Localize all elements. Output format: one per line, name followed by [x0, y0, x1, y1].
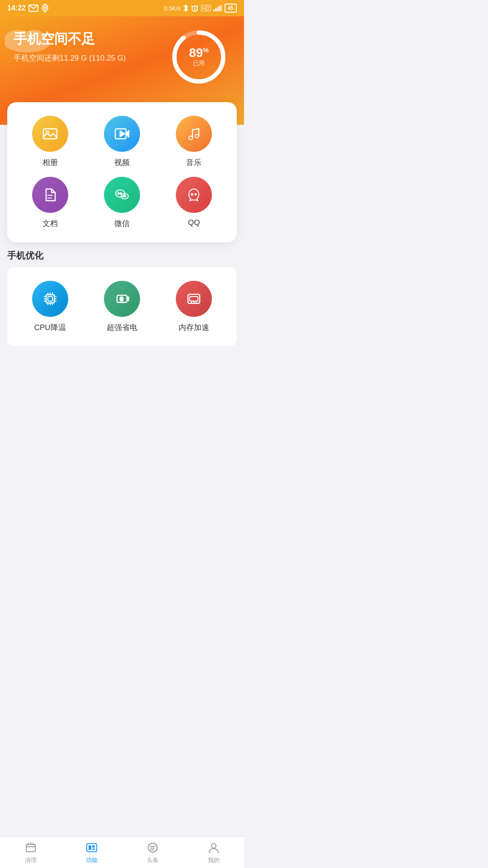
battery-item[interactable]: S 超强省电	[88, 281, 155, 333]
usage-label: 已用	[189, 59, 209, 67]
svg-rect-5	[217, 7, 219, 11]
qq-item[interactable]: QQ	[160, 177, 228, 229]
svg-point-26	[117, 193, 119, 194]
wechat-icon-circle	[104, 177, 140, 213]
memory-item[interactable]: 内存加速	[160, 281, 228, 333]
wechat-item[interactable]: 微信	[88, 177, 155, 229]
bluetooth-icon	[183, 4, 188, 12]
svg-line-22	[192, 129, 199, 130]
media-grid: 相册 视频	[16, 116, 228, 229]
svg-rect-51	[190, 297, 198, 301]
svg-point-29	[123, 196, 124, 197]
optimization-grid: CPU降温 S 超强省电	[16, 281, 228, 333]
music-icon-circle	[176, 116, 212, 152]
music-item[interactable]: 音乐	[160, 116, 228, 168]
photo-icon-circle	[32, 116, 68, 152]
svg-text:S: S	[120, 296, 123, 302]
doc-item[interactable]: 文档	[16, 177, 84, 229]
svg-point-10	[23, 30, 45, 46]
status-icons: 0.5K/s HD 45	[164, 4, 237, 13]
media-card: 相册 视频	[7, 102, 237, 242]
battery-value: 45	[228, 5, 234, 11]
svg-point-27	[120, 193, 121, 194]
battery-icon-circle: S	[104, 281, 140, 317]
photo-label: 相册	[42, 157, 58, 168]
rocket-icon	[41, 4, 49, 13]
network-speed: 0.5K/s	[164, 5, 181, 12]
svg-rect-13	[43, 129, 57, 139]
svg-point-32	[195, 194, 197, 195]
battery-indicator: 45	[225, 4, 237, 13]
video-icon-circle	[104, 116, 140, 152]
video-label: 视频	[114, 157, 130, 168]
hd-badge: HD	[201, 5, 211, 11]
video-item[interactable]: 视频	[88, 116, 155, 168]
cpu-icon-circle	[32, 281, 68, 317]
signal-icon	[213, 5, 222, 11]
cpu-item[interactable]: CPU降温	[16, 281, 84, 333]
usage-circle: 89% 已用	[172, 30, 226, 84]
photo-item[interactable]: 相册	[16, 116, 84, 168]
svg-rect-33	[46, 295, 54, 303]
svg-rect-6	[219, 5, 221, 11]
email-icon	[28, 5, 38, 12]
svg-point-1	[44, 7, 46, 9]
memory-label: 内存加速	[178, 322, 209, 333]
svg-rect-48	[127, 297, 129, 301]
wechat-label: 微信	[114, 218, 130, 229]
cloud-decoration	[0, 25, 54, 52]
optimization-card: CPU降温 S 超强省电	[7, 267, 237, 346]
cpu-label: CPU降温	[34, 322, 66, 333]
doc-label: 文档	[42, 218, 58, 229]
battery-label: 超强省电	[107, 322, 137, 333]
svg-rect-34	[48, 297, 52, 301]
qq-label: QQ	[188, 218, 200, 227]
qq-icon-circle	[176, 177, 212, 213]
svg-rect-7	[221, 5, 222, 11]
alarm-icon	[191, 4, 199, 12]
svg-marker-17	[120, 131, 125, 137]
svg-point-31	[192, 194, 193, 195]
music-label: 音乐	[186, 157, 202, 168]
status-bar: 14:22 0.5K/s	[0, 0, 244, 16]
status-time: 14:22	[7, 4, 26, 12]
svg-point-30	[125, 196, 126, 197]
optimization-section-title: 手机优化	[7, 250, 237, 262]
svg-rect-3	[213, 9, 215, 11]
usage-percent: 89%	[189, 47, 209, 59]
svg-rect-4	[215, 8, 216, 11]
doc-icon-circle	[32, 177, 68, 213]
memory-icon-circle	[176, 281, 212, 317]
